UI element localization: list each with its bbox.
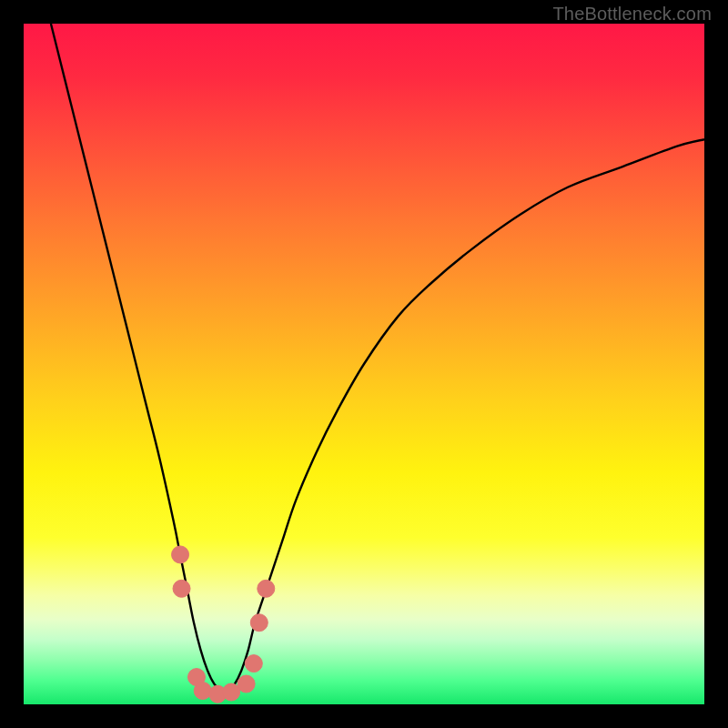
data-marker xyxy=(250,614,268,632)
data-marker xyxy=(238,675,255,693)
watermark-label: TheBottleneck.com xyxy=(552,4,712,25)
chart-plot xyxy=(24,24,704,704)
data-marker xyxy=(258,580,275,597)
data-marker xyxy=(245,655,262,672)
chart-frame xyxy=(24,24,704,704)
data-marker xyxy=(173,580,190,597)
data-marker xyxy=(172,546,189,563)
data-marker xyxy=(194,682,211,700)
marker-group xyxy=(172,546,275,703)
bottleneck-curve xyxy=(51,24,704,692)
data-marker xyxy=(223,683,240,701)
